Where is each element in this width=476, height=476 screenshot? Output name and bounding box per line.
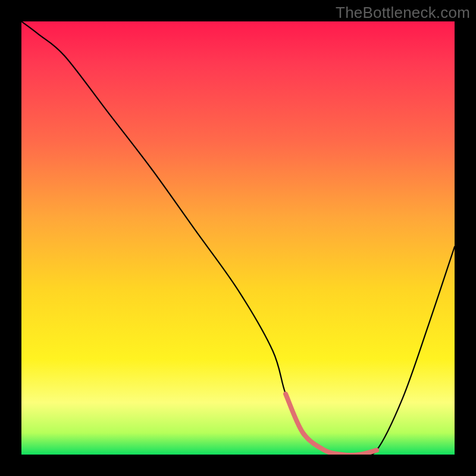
watermark-text: TheBottleneck.com <box>336 4 470 22</box>
curve-layer <box>21 21 455 455</box>
plot-area <box>21 21 455 455</box>
chart-frame: TheBottleneck.com <box>0 0 476 476</box>
series-bottleneck-curve <box>21 21 455 455</box>
series-optimal-range <box>286 394 377 455</box>
